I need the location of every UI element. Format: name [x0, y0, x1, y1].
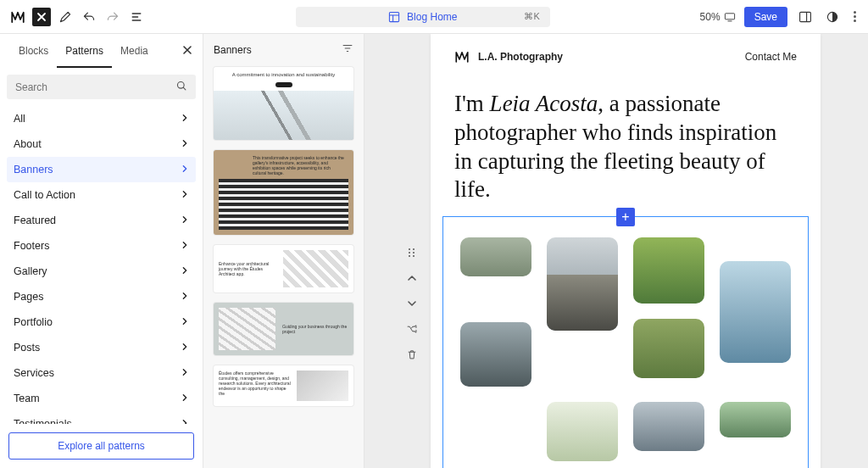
pattern-card[interactable]: Enhance your architectural journey with …: [214, 245, 353, 292]
editor-canvas: L.A. Photography Contact Me I'm Leia Aco…: [364, 34, 868, 468]
category-label: Featured: [14, 214, 56, 226]
document-outline-button[interactable]: [127, 8, 146, 26]
pattern-card-text: Guiding your business through the projec…: [282, 324, 348, 335]
move-down-button[interactable]: [405, 297, 419, 310]
category-item-portfolio[interactable]: Portfolio: [7, 309, 196, 335]
chevron-right-icon: [181, 164, 189, 176]
svg-point-10: [413, 255, 415, 257]
zoom-control[interactable]: 50%: [700, 11, 736, 23]
svg-point-7: [409, 252, 410, 254]
save-button[interactable]: Save: [744, 7, 787, 27]
category-item-banners[interactable]: Banners: [7, 157, 196, 182]
gallery-image[interactable]: [720, 402, 791, 437]
category-item-services[interactable]: Services: [7, 360, 196, 386]
tab-blocks[interactable]: Blocks: [10, 34, 57, 68]
close-icon: [36, 12, 47, 22]
tab-media[interactable]: Media: [112, 34, 157, 68]
patterns-filter-button[interactable]: [342, 42, 353, 57]
site-title: L.A. Photography: [478, 51, 563, 63]
move-up-button[interactable]: [405, 271, 419, 285]
category-item-featured[interactable]: Featured: [7, 208, 196, 233]
category-label: Footers: [14, 240, 49, 252]
category-item-call-to-action[interactable]: Call to Action: [7, 182, 196, 208]
contrast-toggle-button[interactable]: [823, 8, 842, 26]
hero-prefix: I'm: [454, 91, 490, 116]
delete-block-button[interactable]: [405, 348, 419, 361]
pattern-card[interactable]: Guiding your business through the projec…: [214, 303, 353, 355]
category-item-pages[interactable]: Pages: [7, 284, 196, 309]
explore-wrap: Explore all patterns: [0, 424, 203, 468]
pattern-card[interactable]: This transformative project seeks to enh…: [214, 150, 353, 235]
toggle-sidebar-button[interactable]: [796, 8, 815, 26]
pattern-card-image: [283, 250, 348, 287]
pattern-card-image: [219, 308, 275, 350]
pattern-card[interactable]: Études offers comprehensive consulting, …: [214, 365, 353, 406]
tab-patterns[interactable]: Patterns: [57, 34, 112, 68]
gallery-image[interactable]: [460, 322, 531, 387]
edit-tool-button[interactable]: [56, 8, 75, 26]
document-title: Blog Home: [407, 11, 457, 23]
pattern-card-title: A commitment to innovation and sustainab…: [214, 67, 353, 81]
category-item-all[interactable]: All: [7, 106, 196, 131]
shuffle-icon: [406, 323, 418, 335]
chevron-right-icon: [181, 265, 189, 277]
category-item-footers[interactable]: Footers: [7, 233, 196, 259]
gallery-image[interactable]: [633, 319, 704, 378]
gallery-image[interactable]: [720, 261, 791, 363]
gallery-masonry: [460, 237, 791, 461]
svg-point-6: [413, 248, 415, 250]
gallery-image[interactable]: [460, 237, 531, 276]
gallery-image[interactable]: [547, 237, 618, 331]
shuffle-button[interactable]: [405, 322, 419, 336]
close-inserter-button[interactable]: [32, 8, 51, 26]
nav-contact-link[interactable]: Contact Me: [745, 51, 797, 63]
gallery-image[interactable]: [547, 402, 618, 461]
pattern-card-text: Enhance your architectural journey with …: [219, 261, 278, 276]
svg-point-5: [409, 248, 410, 250]
redo-button[interactable]: [103, 8, 122, 26]
kbd-hint: ⌘K: [524, 11, 539, 22]
pattern-card-text: Études offers comprehensive consulting, …: [219, 370, 292, 401]
hero-name: Leia Acosta: [490, 91, 598, 116]
site-brand[interactable]: L.A. Photography: [454, 49, 563, 64]
category-item-about[interactable]: About: [7, 131, 196, 157]
chevron-up-icon: [407, 273, 417, 283]
gallery-image[interactable]: [633, 237, 704, 304]
search-box[interactable]: [7, 75, 196, 99]
search-input[interactable]: [15, 81, 175, 93]
svg-rect-2: [800, 12, 811, 21]
page-header: L.A. Photography Contact Me: [431, 34, 821, 73]
template-icon: [388, 11, 400, 23]
more-menu-button[interactable]: [850, 8, 860, 25]
patterns-preview-column: Banners A commitment to innovation and s…: [203, 34, 364, 468]
category-item-gallery[interactable]: Gallery: [7, 259, 196, 284]
undo-button[interactable]: [80, 8, 98, 26]
close-inserter-x[interactable]: [182, 44, 192, 58]
page-preview[interactable]: L.A. Photography Contact Me I'm Leia Aco…: [431, 34, 821, 468]
inserter-sidebar: Blocks Patterns Media AllAboutBannersCal…: [0, 34, 203, 468]
category-item-team[interactable]: Team: [7, 386, 196, 411]
chevron-down-icon: [407, 298, 417, 309]
explore-patterns-button[interactable]: Explore all patterns: [8, 432, 194, 460]
svg-point-9: [409, 255, 410, 257]
category-label: Team: [14, 393, 40, 404]
svg-point-8: [413, 252, 415, 254]
category-item-testimonials[interactable]: Testimonials: [7, 411, 196, 424]
document-switcher[interactable]: Blog Home ⌘K: [296, 7, 550, 27]
category-item-posts[interactable]: Posts: [7, 335, 196, 360]
category-label: About: [14, 138, 42, 150]
top-center-area: Blog Home ⌘K: [151, 7, 695, 27]
top-right-tools: 50% Save: [700, 7, 860, 27]
app-logo[interactable]: [8, 8, 27, 26]
add-block-button[interactable]: +: [616, 208, 635, 226]
hero-text[interactable]: I'm Leia Acosta, a passionate photograph…: [431, 73, 821, 213]
selected-gallery-block[interactable]: +: [442, 216, 809, 468]
pattern-category-list: AllAboutBannersCall to ActionFeaturedFoo…: [0, 106, 203, 424]
logo-glyph-icon: [10, 9, 25, 25]
gallery-image[interactable]: [633, 402, 704, 451]
search-icon: [175, 80, 187, 94]
pattern-card[interactable]: A commitment to innovation and sustainab…: [214, 67, 353, 140]
top-toolbar: Blog Home ⌘K 50% Save: [0, 0, 868, 34]
pattern-card-text: This transformative project seeks to enh…: [219, 155, 348, 179]
drag-handle[interactable]: [405, 246, 419, 259]
